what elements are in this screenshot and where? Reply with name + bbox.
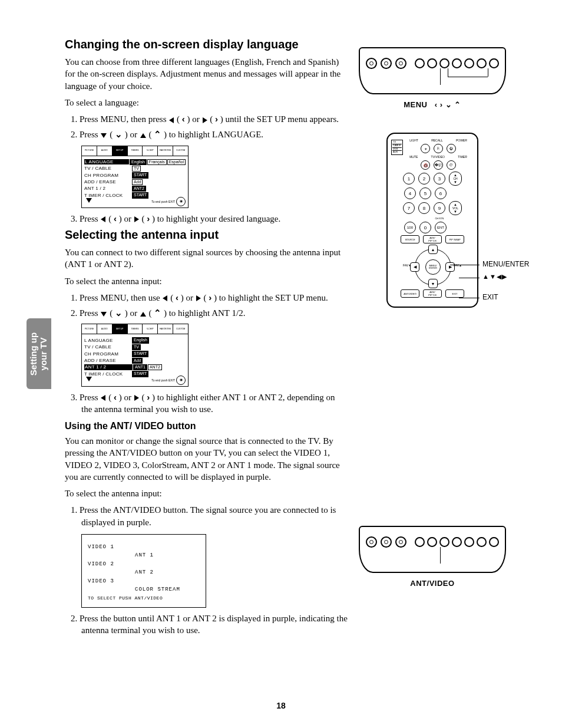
triangle-right-icon [203,117,207,123]
panel-knob [395,536,406,548]
remote-num-6: 6 [435,187,447,199]
panel-antvideo-button [439,537,449,547]
remote-num-3: 3 [434,173,445,185]
remote-mute-button: 🔇 [421,160,430,170]
triangle-left-icon [101,395,105,401]
remote-num-4: 4 [404,187,416,199]
remote-dpad-down: ▼ [428,279,438,288]
intro-language: You can choose from three different lang… [65,56,348,92]
osd-row-value: TV [132,166,141,172]
remote-vol-rocker: ▲VOL▼ [449,201,462,215]
step-lang-3: 3. Press ( ‹ ) or ( › ) to highlight you… [81,213,348,225]
chevron-up-icon: ⌃ [154,308,161,318]
osd-more-icon [86,198,92,203]
side-tab: Setting up your TV [27,318,51,389]
osd-tab: FAVORITES [158,146,173,156]
panel-knob [395,58,406,69]
remote-num-2: 2 [418,173,430,185]
panel-button [427,537,437,547]
osd-tab: V-CHIP [143,146,158,156]
tv-panel-label: ANT/VIDEO [356,579,509,588]
osd-row: ADD / ERASEAdd [84,358,186,364]
video-osd-footer: TO SELECT PUSH ANT/VIDEO [88,595,200,602]
remote-ent-button: ENT [435,222,447,233]
osd-tab: SET UP [113,146,128,156]
panel-button [415,58,425,68]
remote-num-7: 7 [403,202,415,214]
panel-knob [381,58,392,69]
panel-button [489,58,499,68]
osd-row-value: ANT1 [133,364,147,370]
remote-num-100: 100 [404,222,416,233]
osd-menu-antenna: PICTUREAUDIOSET UPTIMERSV-CHIPFAVORITESC… [81,324,189,386]
osd-row: ANT 1 / 2ANT2 [84,186,186,192]
panel-button [477,537,487,547]
step-lang-2: 2. Press ( ⌄ ) or ( ⌃ ) to highlight LAN… [81,129,348,140]
remote-source-button: SOURCE [401,235,419,243]
osd-video-sources: VIDEO 1 ANT 1 VIDEO 2 ANT 2 VIDEO 3 COLO… [81,534,206,608]
osd-row-value: ANT2 [148,364,162,370]
remote-label: FAV▼ [403,263,411,267]
osd-tab: PICTURE [82,324,97,334]
osd-row-label: L ANGUAGE [84,159,129,165]
osd-row-label: L ANGUAGE [84,338,131,344]
osd-row-value: START [132,192,148,198]
triangle-up-icon [140,312,146,317]
osd-menu-language: PICTUREAUDIOSET UPTIMERSV-CHIPFAVORITESC… [81,146,189,208]
triangle-left-icon [101,216,105,222]
osd-row-label: TV / CABLE [84,344,131,350]
remote-num-5: 5 [419,187,431,199]
intro-antvideo: You can monitor or change the signal sou… [65,435,348,483]
video-source: VIDEO 1 [88,543,135,551]
remote-mode-switch: TV CABLE VCR AUX [391,140,403,155]
tv-front-panel-diagram [359,47,506,94]
heading-antenna: Selecting the antenna input [65,228,348,242]
remote-num-0: 0 [419,222,431,233]
panel-menu-button [439,58,449,68]
video-source: VIDEO 3 [88,577,135,585]
remote-label: LIGHT [409,139,418,142]
osd-row: TV / CABLETV [84,166,186,172]
step-lang-1: 1. Press MENU, then press ( ‹ ) or ( › )… [81,113,348,125]
remote-dpad: MENU/ENTER ▲ ▼ ◀ ▶ FAV▼ FAV▲ [406,246,458,287]
remote-ch-rocker: ▲CH▼ [449,172,462,186]
page-number: 18 [0,701,562,710]
remote-tvvideo-button: �识 [434,160,443,170]
osd-row-label: ANT 1 / 2 [84,364,133,370]
chevron-down-icon: ⌄ [115,129,123,139]
joystick-icon: ◉ [176,197,186,206]
chevron-right-icon: › [440,100,443,109]
panel-button [415,537,425,547]
osd-row: L ANGUAGEEnglishFrançaisEspañol [84,159,186,165]
callout-exit: EXIT [482,293,498,301]
callout-arrows: ▲▼◀▶ [482,273,507,281]
remote-label: TV/VIDEO [431,155,445,159]
osd-tab: FAVORITES [158,324,173,334]
osd-tab: AUDIO [97,146,113,156]
tv-front-panel-diagram [359,526,506,573]
osd-footer-text: To end push EXIT [151,200,175,203]
lead-antvideo: To select the antenna input: [65,487,348,499]
remote-num-1: 1 [403,173,415,185]
heading-language: Changing the on-screen display language [65,38,348,51]
osd-row-value: TV [132,344,141,350]
osd-tab: AUDIO [97,324,113,334]
tv-panel-label: MENU ‹ › ⌄ ⌃ [356,100,509,109]
step-ant-2: 2. Press ( ⌄ ) or ( ⌃ ) to highlight ANT… [81,307,348,319]
remote-menu-enter-button: MENU/ENTER [425,259,441,275]
panel-button [477,58,487,68]
remote-label: TIMER [458,155,467,159]
osd-row-label: ADD / ERASE [84,179,131,185]
osd-row: ADD / ERASEAdd [84,179,186,185]
osd-footer-text: To end push EXIT [151,378,175,382]
osd-row-value: START [132,172,148,178]
panel-button [452,58,462,68]
triangle-left-icon [163,295,167,301]
video-source: COLOR STREAM [135,585,188,594]
osd-row: CH PROGRAMSTART [84,351,186,357]
remote-num-8: 8 [418,202,430,214]
osd-row-value: ANT2 [132,186,146,192]
panel-button [464,537,474,547]
video-source: ANT 2 [135,568,188,577]
remote-adv-button: ADV/PIP CH [423,235,442,243]
